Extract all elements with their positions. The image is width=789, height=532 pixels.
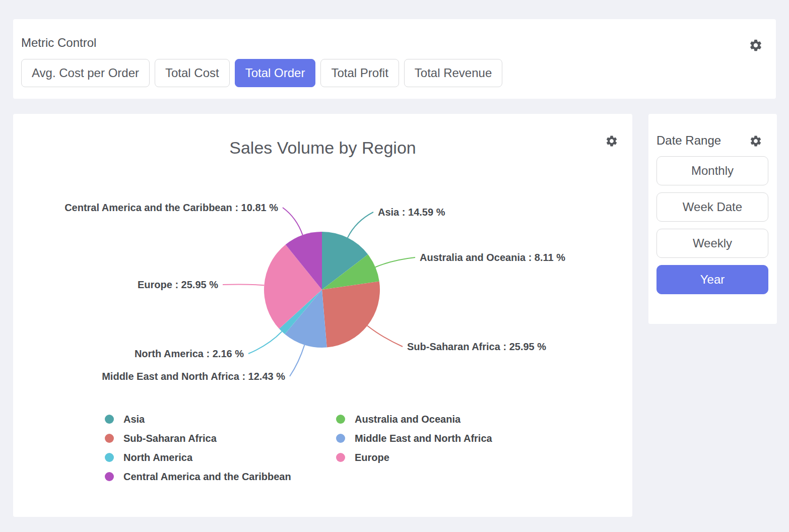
- pie-label-north-america: North America : 2.16 %: [135, 348, 244, 359]
- metric-settings-gear-icon[interactable]: [749, 38, 763, 52]
- pie-leader-line-europe: [223, 284, 264, 285]
- date-range-button-week-date[interactable]: Week Date: [656, 192, 768, 222]
- gear-icon: [749, 135, 762, 148]
- pie-label-europe: Europe : 25.95 %: [138, 279, 218, 290]
- legend-label-asia[interactable]: Asia: [123, 414, 145, 425]
- pie-label-asia: Asia : 14.59 %: [378, 207, 445, 218]
- gear-icon: [749, 38, 763, 52]
- pie-chart: Asia : 14.59 %Australia and Oceania : 8.…: [13, 114, 632, 517]
- metric-button-total-cost[interactable]: Total Cost: [155, 59, 230, 87]
- legend-dot-middle-east-and-north-africa[interactable]: [336, 434, 345, 443]
- metric-button-total-profit[interactable]: Total Profit: [320, 59, 399, 87]
- date-range-panel: Date Range MonthlyWeek DateWeeklyYear: [648, 114, 777, 324]
- metric-button-total-order[interactable]: Total Order: [235, 59, 316, 87]
- date-range-button-monthly[interactable]: Monthly: [656, 156, 768, 185]
- legend-label-middle-east-and-north-africa[interactable]: Middle East and North Africa: [355, 433, 493, 444]
- pie-leader-line-north-america: [248, 331, 282, 354]
- pie-label-sub-saharan-africa: Sub-Saharan Africa : 25.95 %: [407, 341, 546, 352]
- date-range-button-column: MonthlyWeek DateWeeklyYear: [656, 156, 768, 294]
- pie-slice-sub-saharan-africa[interactable]: [322, 281, 380, 347]
- date-range-settings-gear-icon[interactable]: [749, 135, 762, 148]
- pie-leader-line-sub-saharan-africa: [367, 325, 403, 347]
- legend-label-central-america-and-the-caribbean[interactable]: Central America and the Caribbean: [123, 471, 291, 482]
- pie-label-middle-east-and-north-africa: Middle East and North Africa : 12.43 %: [102, 371, 285, 382]
- legend-dot-north-america[interactable]: [105, 453, 114, 462]
- pie-leader-line-australia-and-oceania: [375, 257, 415, 267]
- pie-leader-line-central-america-and-the-caribbean: [283, 208, 303, 235]
- date-range-button-weekly[interactable]: Weekly: [656, 229, 768, 258]
- metric-control-panel: Metric Control Avg. Cost per OrderTotal …: [13, 19, 776, 99]
- legend-label-australia-and-oceania[interactable]: Australia and Oceania: [355, 414, 461, 425]
- metric-button-avg-cost-per-order[interactable]: Avg. Cost per Order: [21, 59, 150, 87]
- legend-label-north-america[interactable]: North America: [123, 452, 193, 463]
- pie-label-australia-and-oceania: Australia and Oceania : 8.11 %: [420, 252, 565, 263]
- metric-button-total-revenue[interactable]: Total Revenue: [404, 59, 502, 87]
- metric-control-title: Metric Control: [21, 36, 96, 50]
- legend-dot-sub-saharan-africa[interactable]: [105, 434, 114, 443]
- sales-volume-chart-panel: Sales Volume by Region Asia : 14.59 %Aus…: [13, 114, 632, 517]
- pie-leader-line-middle-east-and-north-africa: [290, 345, 304, 376]
- legend-dot-australia-and-oceania[interactable]: [336, 415, 345, 424]
- legend-label-europe[interactable]: Europe: [355, 452, 389, 463]
- metric-button-row: Avg. Cost per OrderTotal CostTotal Order…: [21, 59, 502, 87]
- pie-label-central-america-and-the-caribbean: Central America and the Caribbean : 10.8…: [64, 202, 278, 213]
- legend-dot-central-america-and-the-caribbean[interactable]: [105, 472, 114, 481]
- legend-dot-asia[interactable]: [105, 415, 114, 424]
- legend-dot-europe[interactable]: [336, 453, 345, 462]
- date-range-button-year[interactable]: Year: [656, 265, 768, 294]
- date-range-title: Date Range: [656, 134, 721, 148]
- pie-leader-line-asia: [348, 212, 373, 238]
- legend-label-sub-saharan-africa[interactable]: Sub-Saharan Africa: [123, 433, 217, 444]
